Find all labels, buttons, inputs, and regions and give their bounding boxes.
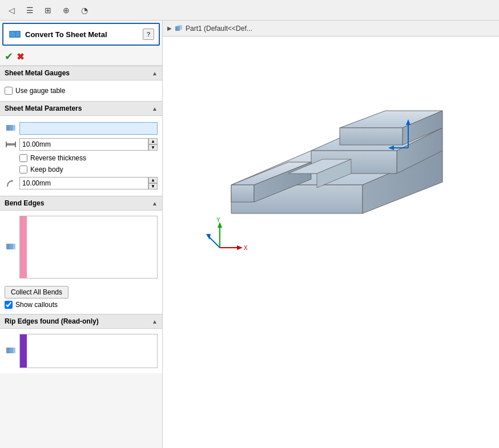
svg-rect-2 xyxy=(16,32,19,37)
sheet-metal-parameters-header[interactable]: Sheet Metal Parameters ▲ xyxy=(0,101,162,116)
svg-rect-13 xyxy=(178,25,182,30)
rip-edges-icon xyxy=(5,345,17,357)
face-input[interactable] xyxy=(19,122,158,135)
cancel-button[interactable]: ✖ xyxy=(17,51,24,62)
collect-btn-wrap: Collect All Bends xyxy=(5,280,158,298)
reverse-thickness-row: Reverse thickness xyxy=(5,152,158,164)
show-callouts-row: Show callouts xyxy=(5,298,158,310)
use-gauge-table-label: Use gauge table xyxy=(15,87,65,95)
thickness-row: 10.00mm ▲ ▼ xyxy=(5,136,158,152)
sheet-metal-parameters-title: Sheet Metal Parameters xyxy=(5,104,82,112)
collect-all-bends-button[interactable]: Collect All Bends xyxy=(5,286,69,298)
svg-marker-22 xyxy=(340,128,403,145)
list-icon[interactable]: ☰ xyxy=(22,2,38,18)
3d-model-svg: Y X xyxy=(197,54,494,282)
svg-rect-9 xyxy=(10,244,15,249)
thickness-input-wrap: 10.00mm ▲ ▼ xyxy=(19,138,158,151)
bend-edges-selector-row xyxy=(5,214,158,280)
tree-bar: ▶ Part1 (Default<<Def... xyxy=(163,21,499,37)
thickness-down-button[interactable]: ▼ xyxy=(148,144,158,151)
parameters-chevron-icon: ▲ xyxy=(152,106,158,112)
keep-body-label: Keep body xyxy=(30,166,63,173)
face-icon xyxy=(5,122,17,135)
use-gauge-table-checkbox[interactable] xyxy=(5,87,13,95)
svg-marker-32 xyxy=(237,245,243,250)
main-area: Convert To Sheet Metal ? ✔ ✖ Sheet Metal… xyxy=(0,21,499,448)
sheet-metal-gauges-header[interactable]: Sheet Metal Gauges ▲ xyxy=(0,66,162,80)
show-callouts-label: Show callouts xyxy=(15,301,58,309)
bend-list-area xyxy=(19,216,158,279)
rip-edges-header[interactable]: Rip Edges found (Read-only) ▲ xyxy=(0,314,162,329)
bend-radius-input-wrap: 10.00mm ▲ ▼ xyxy=(19,177,158,189)
sheet-metal-gauges-title: Sheet Metal Gauges xyxy=(5,69,70,77)
thickness-input[interactable]: 10.00mm xyxy=(19,138,148,151)
bend-edges-chevron-icon: ▲ xyxy=(152,200,158,207)
svg-line-34 xyxy=(208,236,220,248)
svg-rect-4 xyxy=(10,125,15,131)
bend-radius-row: 10.00mm ▲ ▼ xyxy=(5,175,158,191)
pie-icon[interactable]: ◔ xyxy=(77,2,92,18)
svg-rect-1 xyxy=(10,32,15,37)
bend-list-items xyxy=(29,216,157,278)
rip-edges-content xyxy=(0,329,162,373)
bend-edges-title: Bend Edges xyxy=(5,199,44,207)
show-callouts-checkbox[interactable] xyxy=(5,301,13,309)
rip-edges-chevron-icon: ▲ xyxy=(152,318,158,325)
bend-color-bar xyxy=(20,216,27,278)
svg-marker-35 xyxy=(206,234,211,240)
keep-body-checkbox[interactable] xyxy=(19,166,27,173)
action-bar: ✔ ✖ xyxy=(0,48,162,66)
thickness-spinner: ▲ ▼ xyxy=(148,138,158,151)
command-title: Convert To Sheet Metal xyxy=(25,30,139,39)
svg-marker-24 xyxy=(231,185,254,202)
reverse-thickness-label: Reverse thickness xyxy=(30,154,86,162)
ok-button[interactable]: ✔ xyxy=(5,50,13,63)
crosshair-icon[interactable]: ⊕ xyxy=(58,2,74,18)
keep-body-row: Keep body xyxy=(5,164,158,175)
reverse-thickness-checkbox[interactable] xyxy=(19,154,27,162)
bend-edges-header[interactable]: Bend Edges ▲ xyxy=(0,196,162,211)
face-selection-row xyxy=(5,120,158,136)
bend-radius-spinner: ▲ ▼ xyxy=(148,177,158,189)
grid-icon[interactable]: ⊞ xyxy=(40,2,56,18)
svg-text:Y: Y xyxy=(216,217,220,223)
bend-radius-icon xyxy=(5,177,17,189)
sheet-metal-gauges-content: Use gauge table xyxy=(0,80,162,101)
svg-text:X: X xyxy=(244,245,248,251)
sheet-metal-parameters-content: 10.00mm ▲ ▼ Reverse thickness Keep body xyxy=(0,116,162,196)
top-toolbar: ◁ ☰ ⊞ ⊕ ◔ xyxy=(0,0,499,21)
part-icon xyxy=(174,24,183,33)
viewport[interactable]: Y X xyxy=(163,37,499,448)
rip-list-items xyxy=(29,334,157,368)
back-icon[interactable]: ◁ xyxy=(3,2,19,18)
svg-rect-11 xyxy=(10,348,15,353)
svg-rect-5 xyxy=(6,143,15,146)
rip-color-bar xyxy=(20,334,27,368)
rip-edges-title: Rip Edges found (Read-only) xyxy=(5,317,99,325)
bend-radius-down-button[interactable]: ▼ xyxy=(148,183,158,189)
sheet-metal-icon xyxy=(8,27,22,41)
tree-item-label: Part1 (Default<<Def... xyxy=(186,25,252,33)
rip-edges-selector-row xyxy=(5,332,158,370)
tree-arrow-icon: ▶ xyxy=(167,25,172,31)
bend-radius-input[interactable]: 10.00mm xyxy=(19,177,148,189)
command-header: Convert To Sheet Metal ? xyxy=(2,23,160,46)
rip-list-area xyxy=(19,334,158,368)
use-gauge-table-row: Use gauge table xyxy=(5,85,158,96)
left-panel: Convert To Sheet Metal ? ✔ ✖ Sheet Metal… xyxy=(0,21,163,448)
right-panel: ▶ Part1 (Default<<Def... xyxy=(163,21,499,448)
bend-edges-icon xyxy=(5,241,17,253)
tree-item: ▶ Part1 (Default<<Def... xyxy=(167,24,252,33)
bend-edges-content: Collect All Bends Show callouts xyxy=(0,211,162,314)
thickness-up-button[interactable]: ▲ xyxy=(148,138,158,144)
gauges-chevron-icon: ▲ xyxy=(152,70,158,76)
help-button[interactable]: ? xyxy=(143,29,154,40)
face-input-wrap xyxy=(19,122,158,135)
thickness-icon xyxy=(5,138,17,151)
bend-radius-up-button[interactable]: ▲ xyxy=(148,177,158,183)
